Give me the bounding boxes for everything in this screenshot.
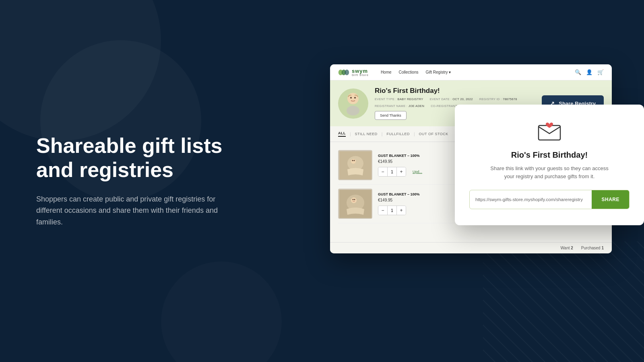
svg-point-16 xyxy=(354,199,355,200)
tab-still-need[interactable]: STILL NEED xyxy=(355,132,378,136)
svg-point-9 xyxy=(351,159,356,164)
product-image-1 xyxy=(338,150,372,180)
tab-all[interactable]: ALL xyxy=(338,131,346,137)
qty-value-2: 1 xyxy=(387,206,397,215)
svg-point-11 xyxy=(353,160,355,161)
svg-point-10 xyxy=(352,160,353,161)
share-url-input[interactable] xyxy=(470,192,592,207)
product-image-2 xyxy=(338,189,372,219)
qty-plus-1[interactable]: + xyxy=(397,167,406,176)
right-section: swym Gift Store Home Collections Gift Re… xyxy=(330,64,644,298)
send-thanks-button[interactable]: Send Thanks xyxy=(375,111,407,120)
modal-title: Rio's First Birthday! xyxy=(469,150,630,160)
event-type-value: BABY REGISTRY xyxy=(398,97,423,101)
registry-id-value: 78875678 xyxy=(503,97,517,101)
nav-links: Home Collections Gift Registry ▾ xyxy=(381,70,567,74)
svg-point-5 xyxy=(350,97,352,99)
account-icon[interactable]: 👤 xyxy=(586,69,592,75)
logo-sub: Gift Store xyxy=(352,74,369,76)
registry-id: REGISTRY ID : 78875678 xyxy=(479,97,517,101)
store-nav: swym Gift Store Home Collections Gift Re… xyxy=(330,64,612,80)
bg-circle-1 xyxy=(0,0,161,141)
quantity-control-2: − 1 + xyxy=(378,206,406,215)
nav-icons: 🔍 👤 🛒 xyxy=(575,69,604,75)
registrant: REGISTRANT NAME : JOE ADEN xyxy=(375,104,424,108)
tab-fullfilled[interactable]: FULLFILLED xyxy=(386,132,410,136)
registry-id-label: REGISTRY ID : xyxy=(479,97,502,101)
share-url-row: SHARE xyxy=(469,190,630,209)
want-stat: Want 2 xyxy=(561,246,573,250)
logo-name: swym xyxy=(352,68,369,74)
registry-footer: Want 2 Purchased 1 xyxy=(330,242,612,253)
main-heading: Shareable gift listsand registries xyxy=(36,134,225,182)
event-date-label: EVENT DATE : xyxy=(430,97,452,101)
search-icon[interactable]: 🔍 xyxy=(575,69,581,75)
sub-text: Shoppers can create public and private g… xyxy=(36,193,225,228)
svg-point-6 xyxy=(354,97,356,99)
registry-meta: EVENT TYPE : BABY REGISTRY EVENT DATE : … xyxy=(375,97,535,101)
share-copy-button[interactable]: SHARE xyxy=(592,190,629,209)
event-date-value: OCT 20, 2022 xyxy=(452,97,473,101)
modal-icon-wrap xyxy=(469,121,630,142)
svg-point-4 xyxy=(347,106,359,115)
event-type-label: EVENT TYPE : xyxy=(375,97,396,101)
svg-point-2 xyxy=(345,70,349,75)
cart-icon[interactable]: 🛒 xyxy=(597,69,604,75)
qty-minus-1[interactable]: − xyxy=(378,167,387,176)
left-section: Shareable gift listsand registries Shopp… xyxy=(36,134,225,228)
purchased-stat: Purchased 1 xyxy=(581,246,604,250)
event-type: EVENT TYPE : BABY REGISTRY xyxy=(375,97,423,101)
baby-avatar xyxy=(338,88,368,119)
qty-minus-2[interactable]: − xyxy=(378,206,387,215)
tab-out-of-stock[interactable]: OUT OF STOCK xyxy=(419,132,448,136)
nav-gift-registry[interactable]: Gift Registry ▾ xyxy=(426,70,451,74)
nav-collections[interactable]: Collections xyxy=(399,70,419,74)
update-link-1[interactable]: Upd... xyxy=(413,170,422,174)
bg-circle-3 xyxy=(161,261,282,362)
svg-point-15 xyxy=(352,199,353,200)
svg-point-14 xyxy=(351,197,357,203)
share-modal: Rio's First Birthday! Share this link wi… xyxy=(455,105,644,225)
event-date: EVENT DATE : OCT 20, 2022 xyxy=(430,97,473,101)
qty-plus-2[interactable]: + xyxy=(397,206,406,215)
store-logo: swym Gift Store xyxy=(338,68,369,76)
registry-title: Rio's First Birthday! xyxy=(375,87,535,95)
svg-point-3 xyxy=(347,93,359,104)
quantity-control-1: − 1 + xyxy=(378,167,406,177)
qty-value-1: 1 xyxy=(387,167,397,176)
nav-home[interactable]: Home xyxy=(381,70,392,74)
modal-description: Share this link with your guests so they… xyxy=(489,165,610,180)
logo-text: swym Gift Store xyxy=(352,68,369,76)
